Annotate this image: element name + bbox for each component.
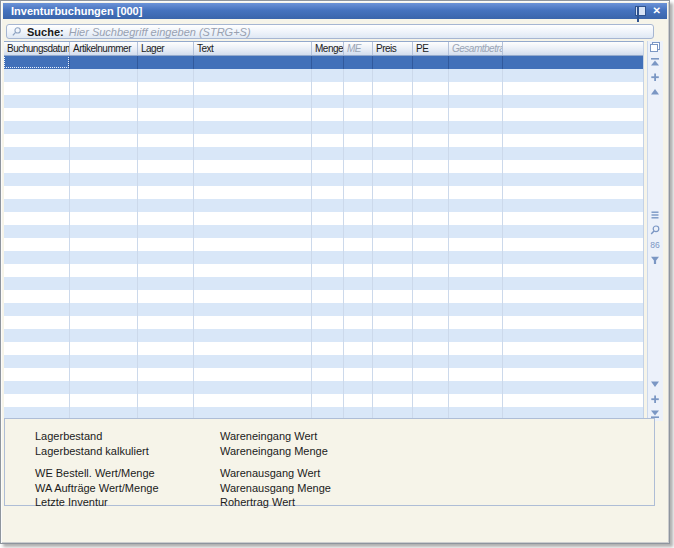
table-row[interactable] xyxy=(4,134,643,147)
column-header-me[interactable]: ME xyxy=(344,42,373,55)
grid-column-line xyxy=(69,56,70,69)
svg-text:86: 86 xyxy=(650,240,660,250)
column-header-text[interactable]: Text xyxy=(194,42,312,55)
summary-label-wareneingang-menge: Wareneingang Menge xyxy=(220,444,331,459)
focus-cell xyxy=(5,56,68,67)
table-row[interactable] xyxy=(4,69,643,82)
summary-panel: LagerbestandLagerbestand kalkuliertWE Be… xyxy=(4,418,655,506)
grid-column-line xyxy=(137,56,138,69)
grid-column-line xyxy=(412,56,413,69)
toolbar-group-bot xyxy=(649,378,661,420)
column-header-buchungsdatum[interactable]: Buchungsdatum xyxy=(4,42,70,55)
column-header-menge[interactable]: Menge xyxy=(312,42,344,55)
grid-column-line xyxy=(193,56,194,69)
table-row[interactable] xyxy=(4,251,643,264)
grid-column-line xyxy=(343,56,344,69)
grid-column-line xyxy=(502,56,503,69)
close-button[interactable]: ✕ xyxy=(652,3,662,19)
toolbar-group-top xyxy=(649,56,661,98)
list-icon[interactable] xyxy=(649,209,661,221)
filter-icon[interactable] xyxy=(649,254,661,266)
summary-left-column: LagerbestandLagerbestand kalkuliertWE Be… xyxy=(35,429,159,510)
column-header-pe[interactable]: PE xyxy=(413,42,449,55)
table-row[interactable] xyxy=(4,173,643,186)
table-row[interactable] xyxy=(4,121,643,134)
summary-label-we-bestell-wert-menge: WE Bestell. Wert/Menge xyxy=(35,466,159,481)
summary-spacer xyxy=(35,458,159,466)
table-row[interactable] xyxy=(4,407,643,418)
inventory-table: BuchungsdatumArtikelnummerLagerTextMenge… xyxy=(4,41,644,418)
column-header-artikelnummer[interactable]: Artikelnummer xyxy=(70,42,138,55)
table-body xyxy=(4,56,643,418)
selected-row[interactable] xyxy=(4,56,643,69)
titlebar: Inventurbuchungen [000] ✕ xyxy=(3,3,667,19)
summary-label-warenausgang-wert: Warenausgang Wert xyxy=(220,466,331,481)
table-row[interactable] xyxy=(4,368,643,381)
window-title: Inventurbuchungen [000] xyxy=(11,5,142,17)
column-header-filler[interactable] xyxy=(503,42,643,55)
table-row[interactable] xyxy=(4,82,643,95)
goto-icon[interactable]: 86 xyxy=(649,239,661,251)
restore-icon xyxy=(637,7,639,22)
scroll-top-icon[interactable] xyxy=(649,56,661,68)
table-row[interactable] xyxy=(4,381,643,394)
scroll-line-down-icon[interactable] xyxy=(649,378,661,390)
grid-column-line xyxy=(311,56,312,69)
summary-label-warenausgang-menge: Warenausgang Menge xyxy=(220,481,331,496)
summary-spacer xyxy=(220,458,331,466)
table-row[interactable] xyxy=(4,212,643,225)
column-header-lager[interactable]: Lager xyxy=(138,42,194,55)
table-row[interactable] xyxy=(4,355,643,368)
table-row[interactable] xyxy=(4,329,643,342)
summary-label-letzte-inventur: Letzte Inventur xyxy=(35,495,159,510)
summary-label-lagerbestand-kalkuliert: Lagerbestand kalkuliert xyxy=(35,444,159,459)
table-row[interactable] xyxy=(4,147,643,160)
grid-column-line xyxy=(448,56,449,69)
summary-label-lagerbestand: Lagerbestand xyxy=(35,429,159,444)
window-controls: ✕ xyxy=(635,3,662,19)
toolbar-group-copy xyxy=(649,41,661,53)
grid-column-line xyxy=(372,56,373,69)
column-header-preis[interactable]: Preis xyxy=(373,42,413,55)
search-placeholder: Hier Suchbegriff eingeben (STRG+S) xyxy=(69,26,251,38)
table-row[interactable] xyxy=(4,277,643,290)
table-row[interactable] xyxy=(4,108,643,121)
summary-label-rohertrag-wert: Rohertrag Wert xyxy=(220,495,331,510)
table-row[interactable] xyxy=(4,342,643,355)
table-row[interactable] xyxy=(4,186,643,199)
scroll-page-up-icon[interactable] xyxy=(649,71,661,83)
search-label: Suche: xyxy=(27,26,64,38)
copy-icon[interactable] xyxy=(649,41,661,53)
table-side-toolbar: 86 xyxy=(647,41,663,421)
table-header: BuchungsdatumArtikelnummerLagerTextMenge… xyxy=(4,42,643,56)
table-row[interactable] xyxy=(4,303,643,316)
table-row[interactable] xyxy=(4,264,643,277)
app-window: Inventurbuchungen [000] ✕ Suche: Hier Su… xyxy=(0,0,670,544)
table-row[interactable] xyxy=(4,160,643,173)
summary-label-wareneingang-wert: Wareneingang Wert xyxy=(220,429,331,444)
summary-right-column: Wareneingang WertWareneingang MengeWaren… xyxy=(220,429,331,510)
column-header-gesamtbetrag[interactable]: Gesamtbetrag xyxy=(449,42,503,55)
table-row[interactable] xyxy=(4,199,643,212)
summary-label-wa-aufträge-wert-menge: WA Aufträge Wert/Menge xyxy=(35,481,159,496)
scroll-line-up-icon[interactable] xyxy=(649,86,661,98)
zoom-icon[interactable] xyxy=(649,224,661,236)
table-row[interactable] xyxy=(4,394,643,407)
table-row[interactable] xyxy=(4,316,643,329)
scroll-page-down-icon[interactable] xyxy=(649,393,661,405)
search-input[interactable]: Suche: Hier Suchbegriff eingeben (STRG+S… xyxy=(6,24,654,39)
search-icon xyxy=(11,26,22,37)
table-row[interactable] xyxy=(4,290,643,303)
restore-button[interactable] xyxy=(635,6,646,16)
toolbar-group-mid: 86 xyxy=(649,209,661,266)
table-row[interactable] xyxy=(4,95,643,108)
table-row[interactable] xyxy=(4,238,643,251)
table-row[interactable] xyxy=(4,225,643,238)
